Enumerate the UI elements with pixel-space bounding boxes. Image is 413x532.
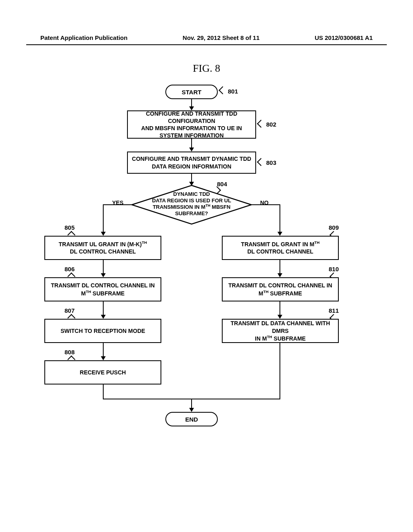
page-header: Patent Application Publication Nov. 29, … [0,34,413,41]
arrow-line [103,204,133,205]
ref-804: 804 [217,181,227,187]
arrow-head [101,232,106,236]
header-separator [26,44,387,45]
ref-805: 805 [65,224,75,231]
step-807: SWITCH TO RECEPTION MODE [44,319,161,343]
arrow-head [189,408,194,412]
arrow-line [280,260,280,274]
figure-title: FIG. 8 [193,62,220,75]
arrow-head [189,148,194,152]
arrow-line [191,399,192,409]
arrow-head [101,273,106,277]
arrow-line [280,301,280,316]
step-803: CONFIGURE AND TRANSMIT DYNAMIC TDD DATA … [127,152,256,174]
ref-802: 802 [266,121,276,128]
ref-811: 811 [329,307,339,314]
arrow-line [103,384,104,399]
ref-tick-802 [257,120,265,128]
ref-809: 809 [329,224,339,231]
arrow-line [280,343,280,399]
arrow-line [191,99,192,107]
step-808: RECEIVE PUSCH [44,360,161,384]
ref-808: 808 [65,349,75,355]
ref-807: 807 [65,307,75,314]
start-label: START [182,89,202,96]
header-right: US 2012/0300681 A1 [315,34,373,41]
arrow-head [277,273,282,277]
ref-810: 810 [329,266,339,272]
step-806: TRANSMIT DL CONTROL CHANNEL IN MTH SUBFR… [44,277,161,301]
arrow-head [101,356,106,360]
decision-text: DYNAMIC TDD DATA REGION IS USED FOR UL T… [151,191,232,217]
arrow-line [191,174,192,183]
step-809: TRANSMIT DL GRANT IN MTH DL CONTROL CHAN… [222,236,339,260]
arrow-line [103,260,104,274]
step-805: TRANSMIT UL GRANT IN (M-K)TH DL CONTROL … [44,236,161,260]
arrow-head [101,315,106,319]
ref-806: 806 [65,266,75,272]
arrow-line [280,204,280,233]
arrow-head [277,315,282,319]
arrow-line [103,204,104,233]
step-811: TRANSMIT DL DATA CHANNEL WITH DMRS IN MT… [222,319,339,343]
step-802-line2: AND MBSFN INFORMATION TO UE IN [141,125,242,131]
ref-801: 801 [228,88,238,95]
end-label: END [185,416,198,423]
flowchart-diagram: START 801 CONFIGURE AND TRANSMIT TDD CON… [40,81,363,472]
ref-tick-801 [219,86,227,94]
step-803-line1: CONFIGURE AND TRANSMIT DYNAMIC TDD [132,156,251,162]
arrow-line [250,204,280,205]
step-802: CONFIGURE AND TRANSMIT TDD CONFIGURATION… [127,110,256,139]
header-center: Nov. 29, 2012 Sheet 8 of 11 [183,34,260,41]
arrow-head [277,232,282,236]
step-803-line2: DATA REGION INFORMATION [152,163,231,170]
ref-803: 803 [266,159,276,166]
step-810: TRANSMIT DL CONTROL CHANNEL IN MTH SUBFR… [222,277,339,301]
arrow-line [103,301,104,316]
start-terminal: START [165,85,218,99]
arrow-line [191,139,192,148]
ref-tick-803 [257,158,265,166]
step-802-line1: CONFIGURE AND TRANSMIT TDD CONFIGURATION [146,110,238,124]
header-left: Patent Application Publication [40,34,127,41]
step-802-line3: SYSTEM INFORMATION [159,132,223,139]
arrow-line [103,343,104,357]
end-terminal: END [165,412,218,426]
